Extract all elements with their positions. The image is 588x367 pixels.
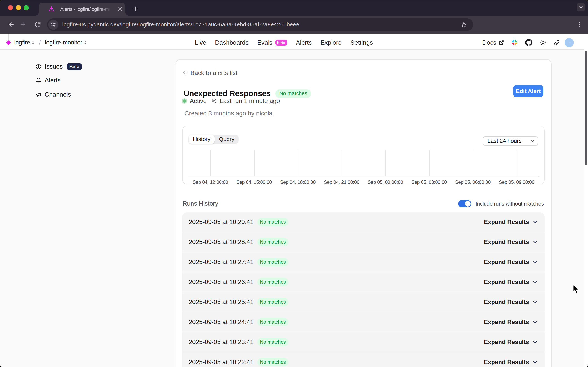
nav-item[interactable]: Live	[195, 39, 206, 46]
nav-item-badge: beta	[275, 40, 287, 46]
chart-gridline	[517, 150, 517, 176]
edit-alert-button[interactable]: Edit Alert	[513, 85, 544, 97]
nav-item-label: Live	[195, 39, 206, 46]
run-no-matches-badge: No matches	[257, 338, 288, 346]
expand-results-button[interactable]: Expand Results	[484, 339, 538, 346]
back-button[interactable]	[8, 21, 15, 28]
browser-menu-icon[interactable]	[576, 21, 583, 28]
arrow-left-icon	[182, 70, 188, 76]
tab-close-icon[interactable]	[117, 6, 123, 12]
run-no-matches-badge: No matches	[257, 238, 288, 246]
nav-item[interactable]: Explore	[320, 39, 342, 46]
window-minimize-button[interactable]	[16, 5, 21, 10]
nav-item-label: Alerts	[296, 39, 312, 46]
browser-tab[interactable]: Alerts · logfire/logfire-monitor	[39, 3, 125, 16]
reload-button[interactable]	[34, 21, 41, 28]
chart-tick-label: Sep 05, 03:00:00	[404, 180, 454, 185]
sidebar-item-channels[interactable]: Channels	[36, 91, 71, 98]
breadcrumb-project[interactable]: logfire-monitor	[45, 39, 82, 46]
chevron-down-icon	[532, 259, 538, 265]
history-panel: History Query Last 24 hours Sep 04, 12:0…	[182, 126, 545, 184]
bookmark-star-icon[interactable]	[461, 21, 467, 28]
forward-button[interactable]	[19, 21, 26, 28]
theme-sun-icon[interactable]	[540, 39, 546, 46]
chevron-down-icon	[579, 5, 584, 10]
screen: Alerts · logfire/logfire-monitor logfire…	[0, 0, 588, 367]
chart-tick-label: Sep 04, 21:00:00	[316, 180, 367, 185]
include-runs-toggle-row: Include runs without matches	[458, 200, 544, 207]
run-row[interactable]: 2025-09-05 at 10:22:41 No matches Expand…	[182, 352, 545, 367]
share-link-icon[interactable]	[554, 40, 560, 45]
back-to-alerts-link[interactable]: Back to alerts list	[182, 69, 238, 76]
url-bar[interactable]: logfire-us.pydantic.dev/logfire/logfire-…	[47, 18, 473, 31]
chevron-down-icon	[532, 219, 538, 225]
expand-results-button[interactable]: Expand Results	[484, 359, 538, 366]
run-no-matches-badge: No matches	[257, 218, 288, 226]
expand-results-label: Expand Results	[484, 218, 529, 225]
slack-icon[interactable]	[511, 40, 517, 45]
page-scrollbar-track[interactable]	[584, 33, 588, 367]
main-nav: Live Dashboards Evals beta Alerts Explor…	[195, 35, 373, 50]
tab-search-button[interactable]	[577, 3, 585, 11]
expand-results-button[interactable]: Expand Results	[484, 259, 538, 266]
nav-item[interactable]: Dashboards	[215, 39, 249, 46]
run-row[interactable]: 2025-09-05 at 10:29:41 No matches Expand…	[182, 212, 545, 232]
nav-item-label: Settings	[350, 39, 373, 46]
new-tab-button[interactable]	[132, 6, 138, 12]
logfire-logo-icon[interactable]	[6, 40, 11, 45]
created-by-label: Created 3 months ago by nicola	[185, 110, 273, 117]
header-actions: Docs -	[482, 35, 574, 50]
browser-tabstrip: Alerts · logfire/logfire-monitor	[0, 0, 588, 16]
nav-item[interactable]: Settings	[350, 39, 373, 46]
badge-alert-icon	[36, 64, 42, 70]
expand-results-label: Expand Results	[484, 319, 529, 326]
include-runs-toggle[interactable]	[458, 200, 471, 207]
site-settings-icon	[51, 22, 56, 27]
nav-item[interactable]: Alerts	[296, 39, 312, 46]
toggle-knob	[465, 201, 470, 207]
sidebar-beta-badge: Beta	[67, 63, 82, 70]
project-switcher-icon[interactable]	[83, 40, 87, 45]
run-no-matches-badge: No matches	[257, 298, 288, 306]
chart-tick-label: Sep 05, 09:00:00	[491, 180, 542, 185]
chevron-down-icon	[532, 359, 538, 365]
window-close-button[interactable]	[8, 5, 13, 10]
sidebar-item-issues[interactable]: Issues Beta	[36, 63, 82, 70]
breadcrumb-org[interactable]: logfire	[14, 39, 30, 46]
expand-results-button[interactable]: Expand Results	[484, 279, 538, 286]
org-switcher-icon[interactable]	[31, 40, 35, 45]
page-scrollbar-thumb[interactable]	[585, 51, 587, 165]
external-link-icon	[499, 40, 504, 45]
tab-flare-left	[35, 12, 39, 16]
expand-results-button[interactable]: Expand Results	[484, 239, 538, 246]
expand-results-button[interactable]: Expand Results	[484, 319, 538, 326]
chevron-down-icon	[532, 279, 538, 285]
url-text[interactable]: logfire-us.pydantic.dev/logfire/logfire-…	[62, 21, 299, 28]
active-label: Active	[190, 97, 207, 105]
sidebar-item-alerts[interactable]: Alerts	[36, 77, 61, 84]
chart-tick-label: Sep 04, 18:00:00	[273, 180, 323, 185]
sidebar-item-label: Issues	[45, 63, 63, 70]
nav-item-label: Explore	[320, 39, 342, 46]
browser-window: Alerts · logfire/logfire-monitor logfire…	[0, 0, 588, 367]
user-avatar[interactable]: -	[565, 38, 574, 47]
run-row[interactable]: 2025-09-05 at 10:28:41 No matches Expand…	[182, 232, 545, 252]
alert-title-row: Unexpected Responses No matches	[184, 89, 311, 98]
tab-title: Alerts · logfire/logfire-monitor	[60, 6, 112, 12]
site-info-button[interactable]	[48, 20, 58, 30]
run-timestamp: 2025-09-05 at 10:26:41	[189, 278, 254, 286]
chevron-down-icon	[532, 239, 538, 245]
github-icon[interactable]	[525, 39, 532, 46]
run-row[interactable]: 2025-09-05 at 10:25:41 No matches Expand…	[182, 292, 545, 312]
run-timestamp: 2025-09-05 at 10:25:41	[189, 298, 254, 306]
runs-history-heading: Runs History	[183, 200, 218, 207]
run-row[interactable]: 2025-09-05 at 10:24:41 No matches Expand…	[182, 312, 545, 332]
docs-link[interactable]: Docs	[482, 39, 504, 46]
window-zoom-button[interactable]	[24, 5, 29, 10]
run-row[interactable]: 2025-09-05 at 10:26:41 No matches Expand…	[182, 272, 545, 292]
expand-results-button[interactable]: Expand Results	[484, 299, 538, 306]
nav-item[interactable]: Evals beta	[257, 39, 287, 46]
run-row[interactable]: 2025-09-05 at 10:27:41 No matches Expand…	[182, 252, 545, 272]
expand-results-button[interactable]: Expand Results	[484, 218, 538, 225]
run-row[interactable]: 2025-09-05 at 10:23:41 No matches Expand…	[182, 333, 545, 352]
